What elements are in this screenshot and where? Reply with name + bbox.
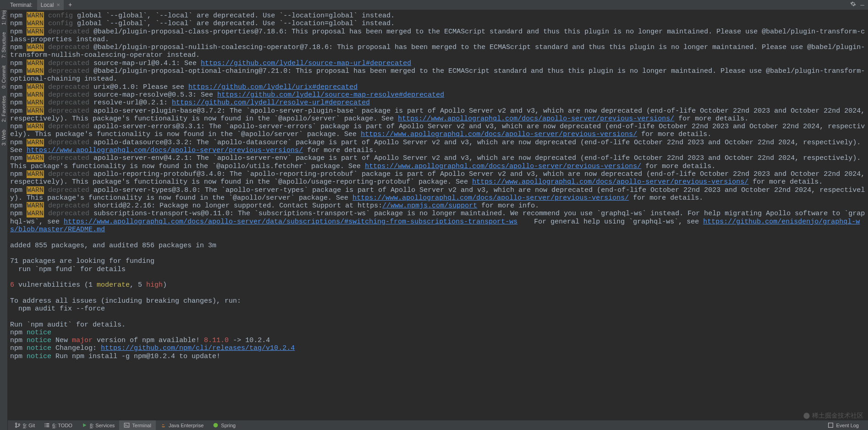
- terminal-text: vulnerabilities (1: [14, 281, 97, 289]
- terminal-link[interactable]: https://www.apollographql.com/docs/apoll…: [398, 115, 674, 123]
- terminal-line: npm WARN deprecated apollo-server-types@…: [10, 186, 865, 202]
- terminal-output[interactable]: npm WARN config global `--global`, `--lo…: [0, 10, 868, 420]
- terminal-text: [44, 107, 48, 115]
- terminal-text: npm audit fix --force: [10, 305, 105, 313]
- terminal-link[interactable]: //www.npmjs.com/support: [382, 202, 477, 210]
- terminal-text: npm: [10, 353, 27, 360]
- add-tab-button[interactable]: +: [64, 1, 77, 9]
- terminal-tab-bar: Terminal: Local × + —: [0, 0, 868, 10]
- event-log-button[interactable]: Event Log: [823, 420, 863, 430]
- terminal-text: moderate: [97, 281, 130, 289]
- terminal-link[interactable]: https://www.apollographql.com/docs/apoll…: [365, 163, 641, 170]
- terminal-text: npm: [10, 91, 27, 99]
- svg-point-2: [18, 424, 20, 425]
- terminal-text: deprecated: [48, 170, 89, 178]
- sidebar-tool-structure[interactable]: 7: Structure: [1, 28, 6, 62]
- terminal-text: notice: [27, 337, 51, 344]
- bottom-tab-:-git[interactable]: 9: Git: [10, 420, 39, 430]
- terminal-line: npm WARN config global `--global`, `--lo…: [10, 12, 395, 20]
- terminal-link[interactable]: https://www.apollographql.com/docs/apoll…: [352, 194, 629, 202]
- terminal-text: for more details.: [748, 178, 823, 186]
- terminal-text: npm: [10, 12, 27, 20]
- terminal-line: 71 packages are looking for funding: [10, 257, 154, 265]
- warn-badge: WARN: [27, 20, 44, 27]
- event-log-label: Event Log: [836, 423, 859, 428]
- bottom-tab-:-todo[interactable]: 6: TODO: [39, 420, 77, 430]
- terminal-line: npm WARN deprecated resolve-url@0.2.1: h…: [10, 99, 370, 107]
- terminal-text: To address all issues (including breakin…: [10, 297, 241, 305]
- bottom-tab-terminal[interactable]: Terminal: [119, 420, 156, 430]
- terminal-line: npm WARN config global `--global`, `--lo…: [10, 20, 395, 27]
- terminal-link[interactable]: https://github.com/lydell/source-map-url…: [201, 60, 411, 67]
- terminal-text: [44, 170, 48, 178]
- gear-icon[interactable]: [850, 1, 856, 9]
- minimize-icon[interactable]: —: [861, 1, 864, 9]
- terminal-link[interactable]: https://www.apollographql.com/docs/apoll…: [27, 147, 303, 154]
- terminal-text: [44, 99, 48, 107]
- terminal-text: deprecated: [48, 44, 89, 51]
- watermark: 稀土掘金技术社区: [803, 412, 863, 420]
- bottom-tab-java-enterprise[interactable]: Java Enterprise: [156, 420, 208, 430]
- terminal-text: urix@0.1.0: Please see: [89, 83, 188, 91]
- terminal-text: for more details.: [641, 163, 715, 170]
- svg-rect-3: [45, 423, 46, 424]
- terminal-text: for more details.: [629, 194, 703, 202]
- terminal-text: npm: [10, 107, 27, 115]
- terminal-line: Run `npm audit` for details.: [10, 321, 126, 329]
- terminal-link[interactable]: https://github.com/npm/cli/releases/tag/…: [101, 344, 295, 352]
- terminal-text: deprecated: [48, 107, 89, 115]
- sidebar-tool-favorites[interactable]: 2: Favorites: [1, 92, 6, 125]
- terminal-text: npm: [10, 202, 27, 210]
- terminal-line: npm WARN deprecated apollo-server-plugin…: [10, 107, 868, 123]
- bottom-tab-:-services[interactable]: 8: Services: [77, 420, 119, 430]
- terminal-text: deprecated: [48, 154, 89, 162]
- terminal-text: @babel/plugin-proposal-optional-chaining…: [10, 67, 865, 83]
- terminal-text: -> 10.2.4: [229, 337, 270, 344]
- terminal-text: npm: [10, 337, 27, 344]
- terminal-text: added 855 packages, and audited 856 pack…: [10, 242, 216, 250]
- terminal-line: npm WARN deprecated apollo-reporting-pro…: [10, 170, 868, 186]
- terminal-text: deprecated: [48, 123, 89, 131]
- terminal-text: [44, 154, 48, 162]
- terminal-tab-local[interactable]: Local ×: [37, 0, 64, 10]
- svg-rect-7: [45, 426, 46, 427]
- terminal-text: New: [51, 337, 72, 344]
- warn-badge: WARN: [27, 186, 44, 194]
- terminal-text: npm: [10, 186, 27, 194]
- bottom-tab-label: 9: Git: [23, 423, 35, 428]
- left-tool-sidebar: 1: Project 7: Structure 0: Commit 2: Fav…: [0, 0, 8, 430]
- sidebar-tool-web[interactable]: 3: Web: [1, 126, 6, 149]
- terminal-link[interactable]: https://github.com/lydell/source-map-res…: [217, 91, 444, 99]
- terminal-text: npm: [10, 210, 27, 218]
- close-icon[interactable]: ×: [56, 1, 60, 8]
- terminal-link[interactable]: https://github.com/lydell/resolve-url#de…: [172, 99, 370, 107]
- terminal-text: source-map-resolve@0.5.3: See: [89, 91, 217, 99]
- terminal-text: Run npm install -g npm@10.2.4 to update!: [51, 353, 220, 360]
- square-icon: [828, 422, 834, 428]
- warn-badge: WARN: [27, 123, 44, 131]
- terminal-text: notice: [27, 344, 51, 352]
- warn-badge: WARN: [27, 107, 44, 115]
- bottom-tab-spring[interactable]: Spring: [208, 420, 240, 430]
- tab-label: Local: [41, 2, 54, 8]
- warn-badge: WARN: [27, 210, 44, 218]
- terminal-line: npm WARN deprecated shortid@2.2.16: Pack…: [10, 202, 539, 210]
- terminal-text: Run `npm audit` for details.: [10, 321, 126, 329]
- terminal-text: global `--global`, `--local` are depreca…: [73, 20, 395, 27]
- terminal-line: To address all issues (including breakin…: [10, 297, 241, 305]
- terminal-text: @babel/plugin-proposal-class-properties@…: [10, 28, 865, 44]
- warn-badge: WARN: [27, 202, 44, 210]
- warn-badge: WARN: [27, 139, 44, 147]
- warn-badge: WARN: [27, 170, 44, 178]
- terminal-link[interactable]: https://www.apollographql.com/docs/apoll…: [361, 131, 637, 138]
- terminal-link[interactable]: https://github.com/lydell/urix#deprecate…: [188, 83, 357, 91]
- terminal-text: npm: [10, 44, 27, 51]
- warn-badge: WARN: [27, 99, 44, 107]
- sidebar-tool-commit[interactable]: 0: Commit: [1, 62, 6, 92]
- terminal-text: for more info.: [477, 202, 539, 210]
- terminal-link[interactable]: https://www.apollographql.com/docs/apoll…: [64, 218, 517, 226]
- terminal-link[interactable]: https://www.apollographql.com/docs/apoll…: [472, 178, 748, 186]
- terminal-text: for more details.: [303, 147, 377, 154]
- spring-icon: [213, 422, 219, 428]
- terminal-line: 6 vulnerabilities (1 moderate, 5 high): [10, 281, 167, 289]
